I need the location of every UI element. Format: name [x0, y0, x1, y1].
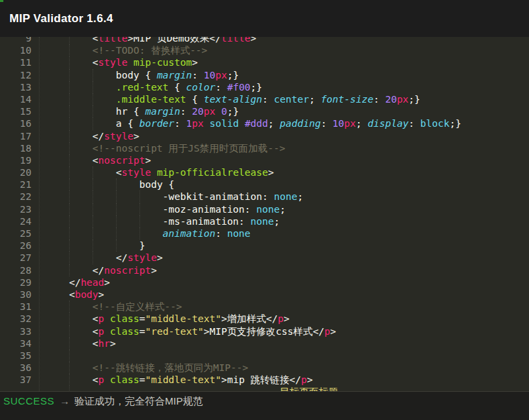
gutter-separator	[39, 37, 40, 391]
code-line-content: body { margin: 10px;}	[32, 69, 529, 81]
indent-guide	[93, 240, 93, 252]
line-number: 34	[0, 337, 32, 350]
code-line-content: <!--TODO: 替换样式-->	[32, 44, 529, 56]
line-number: 27	[0, 252, 32, 264]
mip-validator-window: MIP Validator 1.6.4 9 <title>MIP 页Demo效果…	[0, 0, 529, 420]
indent-guide	[116, 203, 117, 215]
indent-guide	[69, 191, 70, 203]
indent-guide	[93, 215, 93, 227]
code-line[interactable]: 25 animation: none	[0, 227, 529, 240]
line-number: 26	[0, 240, 32, 252]
indent-guide	[69, 350, 70, 362]
code-line[interactable]: 目标页面标题	[0, 386, 529, 391]
code-line[interactable]: 12 body { margin: 10px;}	[0, 69, 529, 81]
code-lines: 9 <title>MIP 页Demo效果</title>10 <!--TODO:…	[0, 37, 529, 391]
code-line-content: hr { margin: 20px 0;}	[32, 105, 529, 117]
indent-guide	[69, 240, 70, 252]
code-line[interactable]: 18 <!--noscript 用于JS禁用时页面加载-->	[0, 142, 529, 154]
code-line-content: animation: none	[32, 227, 529, 240]
indent-guide	[116, 178, 117, 191]
indent-guide	[139, 203, 140, 215]
code-line[interactable]: 33 <p class="red-text">MIP页支持修改css样式</p>	[0, 325, 529, 337]
code-line-content: a { border: 1px solid #ddd; padding: 10p…	[32, 117, 529, 129]
title-bar: MIP Validator 1.6.4	[0, 0, 529, 37]
code-line[interactable]: 28 </noscript>	[0, 264, 529, 276]
indent-guide	[69, 227, 70, 240]
code-line-content: -moz-animation: none;	[32, 203, 529, 215]
indent-guide	[69, 325, 70, 337]
code-line-content: .middle-text { text-align: center; font-…	[32, 93, 529, 105]
code-line[interactable]: 27 </style>	[0, 252, 529, 264]
line-number: 18	[0, 142, 32, 154]
code-line-content: 目标页面标题	[32, 386, 529, 391]
line-number: 29	[0, 276, 32, 288]
code-line[interactable]: 34 <hr>	[0, 337, 529, 350]
indent-guide	[93, 117, 93, 129]
indent-guide	[69, 215, 70, 227]
status-message: 验证成功，完全符合MIP规范	[74, 395, 203, 407]
line-number: 15	[0, 105, 32, 117]
code-line[interactable]: 11 <style mip-custom>	[0, 56, 529, 68]
indent-guide	[69, 142, 70, 154]
code-line[interactable]: 22 -webkit-animation: none;	[0, 191, 529, 203]
line-number: 9	[0, 37, 32, 44]
indent-guide	[93, 105, 93, 117]
line-number: 30	[0, 288, 32, 301]
code-line[interactable]: 20 <style mip-officialrelease>	[0, 166, 529, 178]
code-line[interactable]: 35	[0, 350, 529, 362]
indent-guide	[116, 191, 117, 203]
code-line[interactable]: 14 .middle-text { text-align: center; fo…	[0, 93, 529, 105]
indent-guide	[69, 130, 70, 142]
indent-guide	[69, 203, 70, 215]
code-line-content: </style>	[32, 252, 529, 264]
indent-guide	[93, 93, 93, 105]
line-number: 13	[0, 81, 32, 93]
indent-guide	[69, 44, 70, 56]
code-line[interactable]: 23 -moz-animation: none;	[0, 203, 529, 215]
indent-guide	[69, 178, 70, 191]
corner-marker	[0, 0, 3, 2]
code-line-content: </style>	[32, 130, 529, 142]
indent-guide	[93, 252, 93, 264]
code-line-content: -webkit-animation: none;	[32, 191, 529, 203]
code-line[interactable]: 13 .red-text { color: #f00;}	[0, 81, 529, 93]
code-line[interactable]: 26 }	[0, 240, 529, 252]
code-editor[interactable]: 9 <title>MIP 页Demo效果</title>10 <!--TODO:…	[0, 37, 529, 391]
indent-guide	[69, 386, 70, 391]
code-line-content: <p class="middle-text">mip 跳转链接</p>	[32, 374, 529, 386]
indent-guide	[93, 203, 93, 215]
indent-guide	[116, 215, 117, 227]
indent-guide	[69, 69, 70, 81]
indent-guide	[116, 227, 117, 240]
line-number: 23	[0, 203, 32, 215]
code-line[interactable]: 36 <!--跳转链接，落地页同为MIP-->	[0, 362, 529, 374]
status-bar: SUCCESS→验证成功，完全符合MIP规范	[0, 391, 529, 420]
code-line[interactable]: 21 body {	[0, 178, 529, 191]
code-line-content: <noscript>	[32, 154, 529, 166]
code-line[interactable]: 29 </head>	[0, 276, 529, 288]
code-line[interactable]: 24 -ms-animation: none;	[0, 215, 529, 227]
code-line[interactable]: 17 </style>	[0, 130, 529, 142]
line-number: 36	[0, 362, 32, 374]
code-line[interactable]: 37 <p class="middle-text">mip 跳转链接</p>	[0, 374, 529, 386]
code-line[interactable]: 31 <!--自定义样式-->	[0, 301, 529, 313]
code-line[interactable]: 9 <title>MIP 页Demo效果</title>	[0, 37, 529, 44]
code-line-content: <style mip-officialrelease>	[32, 166, 529, 178]
arrow-right-icon: →	[60, 395, 70, 407]
indent-guide	[93, 178, 93, 191]
code-line[interactable]: 10 <!--TODO: 替换样式-->	[0, 44, 529, 56]
code-line[interactable]: 30 <body>	[0, 288, 529, 301]
code-line-content: }	[32, 240, 529, 252]
indent-guide	[69, 117, 70, 129]
indent-guide	[93, 166, 93, 178]
indent-guide	[93, 227, 93, 240]
code-line[interactable]: 32 <p class="middle-text">增加样式</p>	[0, 313, 529, 325]
code-line[interactable]: 15 hr { margin: 20px 0;}	[0, 105, 529, 117]
indent-guide	[69, 154, 70, 166]
code-line-content: <hr>	[32, 337, 529, 350]
indent-guide	[139, 191, 140, 203]
line-number	[0, 386, 32, 391]
code-line[interactable]: 16 a { border: 1px solid #ddd; padding: …	[0, 117, 529, 129]
code-line[interactable]: 19 <noscript>	[0, 154, 529, 166]
indent-guide	[69, 105, 70, 117]
